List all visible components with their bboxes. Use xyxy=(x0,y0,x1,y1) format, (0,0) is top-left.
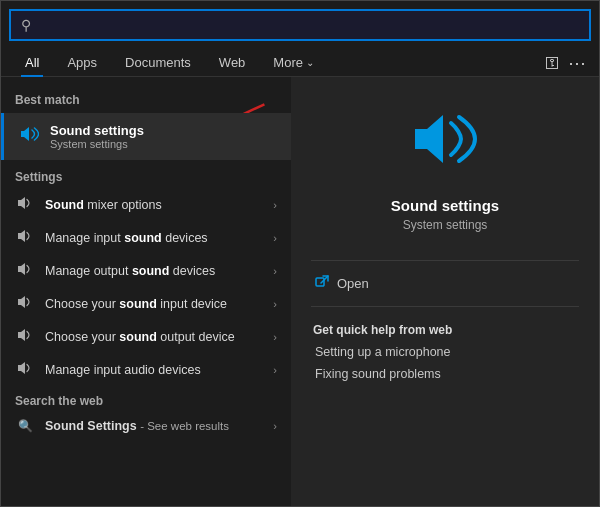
web-search-label: Search the web xyxy=(1,386,291,412)
best-match-title: Sound settings xyxy=(50,123,144,138)
tab-apps[interactable]: Apps xyxy=(55,49,109,76)
tab-more[interactable]: More ⌄ xyxy=(261,49,326,76)
web-item-text: Sound Settings - See web results xyxy=(45,419,263,433)
chevron-icon-1: › xyxy=(273,199,277,211)
divider-1 xyxy=(311,260,579,261)
chevron-icon-6: › xyxy=(273,364,277,376)
right-panel-title: Sound settings xyxy=(391,197,499,214)
main-window: ⚲ Sound Settings All Apps Documents Web … xyxy=(0,0,600,507)
settings-section-label: Settings xyxy=(1,162,291,188)
quick-help-label: Get quick help from web xyxy=(313,323,581,337)
sound-icon-5 xyxy=(15,328,35,345)
left-panel: Best match xyxy=(1,77,291,506)
chevron-icon-2: › xyxy=(273,232,277,244)
tab-web[interactable]: Web xyxy=(207,49,258,76)
quick-help-link-2[interactable]: Fixing sound problems xyxy=(311,363,579,385)
open-link-icon xyxy=(315,275,329,292)
chevron-icon-5: › xyxy=(273,331,277,343)
item-text-3: Manage output sound devices xyxy=(45,264,263,278)
list-item[interactable]: Choose your sound input device › xyxy=(1,287,291,320)
open-label: Open xyxy=(337,276,369,291)
chevron-down-icon: ⌄ xyxy=(306,57,314,68)
best-match-text: Sound settings System settings xyxy=(50,123,144,150)
share-icon[interactable]: ⚿ xyxy=(545,54,560,71)
tab-documents[interactable]: Documents xyxy=(113,49,203,76)
tab-all[interactable]: All xyxy=(13,49,51,76)
search-bar: ⚲ Sound Settings xyxy=(9,9,591,41)
list-item[interactable]: Choose your sound output device › xyxy=(1,320,291,353)
divider-2 xyxy=(311,306,579,307)
sound-icon-1 xyxy=(15,196,35,213)
item-text-1: Sound mixer options xyxy=(45,198,263,212)
sound-icon-large xyxy=(409,107,481,183)
item-text-5: Choose your sound output device xyxy=(45,330,263,344)
sound-icon-3 xyxy=(15,262,35,279)
nav-tabs: All Apps Documents Web More ⌄ ⚿ ⋯ xyxy=(1,49,599,77)
sound-icon-match xyxy=(18,125,40,148)
right-panel-subtitle: System settings xyxy=(403,218,488,232)
best-match-item[interactable]: Sound settings System settings xyxy=(1,113,291,160)
search-input[interactable]: Sound Settings xyxy=(39,17,579,33)
chevron-icon-4: › xyxy=(273,298,277,310)
list-item[interactable]: Manage output sound devices › xyxy=(1,254,291,287)
best-match-container: Sound settings System settings xyxy=(1,113,291,160)
web-search-item[interactable]: 🔍 Sound Settings - See web results › xyxy=(1,412,291,440)
list-item[interactable]: Sound mixer options › xyxy=(1,188,291,221)
list-item[interactable]: Manage input sound devices › xyxy=(1,221,291,254)
chevron-icon-web: › xyxy=(273,420,277,432)
search-icon: ⚲ xyxy=(21,17,31,33)
best-match-subtitle: System settings xyxy=(50,138,144,150)
right-panel: Sound settings System settings Open Get … xyxy=(291,77,599,506)
quick-help-link-1[interactable]: Setting up a microphone xyxy=(311,341,579,363)
item-text-2: Manage input sound devices xyxy=(45,231,263,245)
sound-icon-2 xyxy=(15,229,35,246)
web-search-icon: 🔍 xyxy=(15,419,35,433)
sound-icon-6 xyxy=(15,361,35,378)
sound-icon-4 xyxy=(15,295,35,312)
chevron-icon-3: › xyxy=(273,265,277,277)
list-item[interactable]: Manage input audio devices › xyxy=(1,353,291,386)
main-area: Best match xyxy=(1,77,599,506)
more-options-icon[interactable]: ⋯ xyxy=(568,52,587,74)
item-text-4: Choose your sound input device xyxy=(45,297,263,311)
item-text-6: Manage input audio devices xyxy=(45,363,263,377)
open-action[interactable]: Open xyxy=(311,269,579,298)
